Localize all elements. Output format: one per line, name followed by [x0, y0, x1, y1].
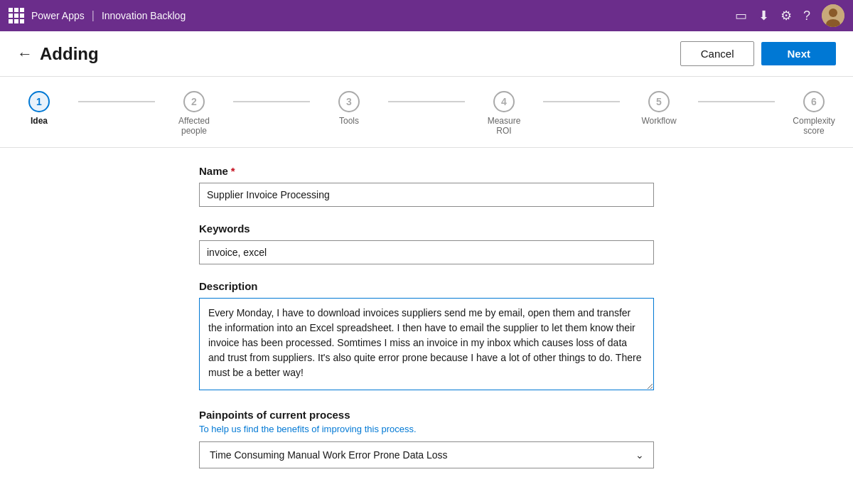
painpoints-section: Painpoints of current process To help us…: [199, 409, 654, 468]
step-1-circle: 1: [28, 91, 50, 112]
user-avatar[interactable]: [822, 4, 844, 27]
keywords-section: Keywords: [199, 222, 654, 264]
next-button[interactable]: Next: [761, 42, 836, 65]
description-label: Description: [199, 280, 654, 292]
painpoints-hint: To help us find the benefits of improvin…: [199, 424, 654, 434]
waffle-icon[interactable]: [9, 8, 24, 23]
keywords-input[interactable]: [199, 240, 654, 264]
name-label: Name *: [199, 165, 654, 177]
step-1-idea[interactable]: 1 Idea: [0, 91, 78, 126]
step-5-workflow[interactable]: 5 Workflow: [620, 91, 698, 126]
step-connector-1-2: [78, 101, 155, 102]
step-connector-4-5: [543, 101, 620, 102]
cancel-button[interactable]: Cancel: [680, 41, 755, 66]
step-1-label: Idea: [31, 116, 48, 126]
present-icon[interactable]: ▭: [735, 8, 747, 23]
step-2-affected[interactable]: 2 Affectedpeople: [155, 91, 233, 136]
brand-label: Power Apps: [31, 10, 85, 21]
step-6-circle: 6: [803, 91, 825, 112]
brand-separator: |: [92, 9, 95, 22]
step-connector-5-6: [698, 101, 775, 102]
description-textarea[interactable]: [199, 298, 654, 390]
help-icon[interactable]: ?: [803, 9, 810, 23]
step-2-circle: 2: [183, 91, 205, 112]
painpoints-label: Painpoints of current process: [199, 409, 654, 421]
step-2-label: Affectedpeople: [178, 116, 210, 136]
step-6-label: Complexityscore: [793, 116, 835, 136]
settings-icon[interactable]: ⚙: [780, 8, 792, 23]
topbar-right: ▭ ⬇ ⚙ ?: [735, 4, 844, 27]
keywords-label: Keywords: [199, 222, 654, 235]
step-6-complexity[interactable]: 6 Complexityscore: [775, 91, 853, 136]
name-required-star: *: [231, 165, 235, 177]
download-icon[interactable]: ⬇: [758, 8, 769, 23]
painpoints-dropdown[interactable]: Time Consuming Manual Work Error Prone D…: [199, 441, 654, 468]
step-connector-2-3: [233, 101, 310, 102]
step-3-label: Tools: [339, 116, 359, 126]
step-4-measure[interactable]: 4 MeasureROI: [465, 91, 543, 136]
description-section: Description: [199, 280, 654, 393]
topbar-left: Power Apps | Innovation Backlog: [9, 8, 186, 23]
svg-point-1: [829, 9, 837, 17]
main-content: Name * Keywords Description Painpoints o…: [0, 148, 853, 504]
name-section: Name *: [199, 165, 654, 207]
stepper: 1 Idea 2 Affectedpeople 3 Tools 4 Measur…: [0, 77, 853, 148]
step-3-circle: 3: [338, 91, 360, 112]
painpoints-dropdown-wrapper: Time Consuming Manual Work Error Prone D…: [199, 441, 654, 468]
step-connector-3-4: [388, 101, 465, 102]
step-5-circle: 5: [648, 91, 670, 112]
page-title: Adding: [40, 44, 680, 64]
step-4-circle: 4: [493, 91, 515, 112]
page-header: ← Adding Cancel Next: [0, 31, 853, 77]
step-5-label: Workflow: [641, 116, 676, 126]
back-button[interactable]: ←: [17, 45, 33, 63]
step-3-tools[interactable]: 3 Tools: [310, 91, 388, 126]
app-name-label: Innovation Backlog: [102, 10, 186, 21]
name-input[interactable]: [199, 183, 654, 207]
topbar: Power Apps | Innovation Backlog ▭ ⬇ ⚙ ?: [0, 0, 853, 31]
step-4-label: MeasureROI: [488, 116, 521, 136]
painpoints-value: Time Consuming Manual Work Error Prone D…: [210, 449, 448, 461]
